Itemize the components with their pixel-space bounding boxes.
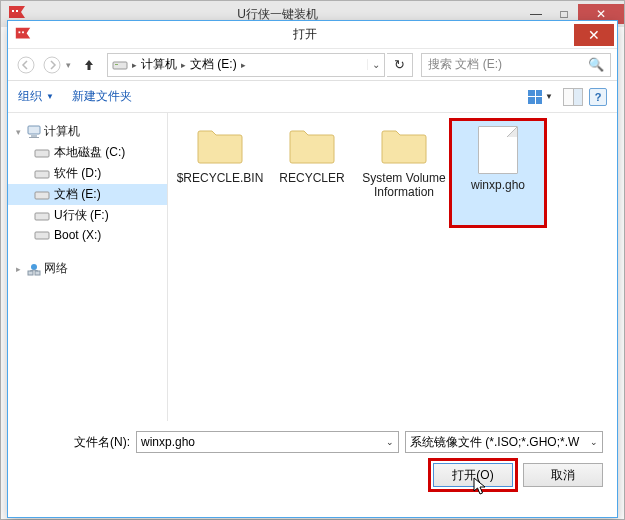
drive-icon — [34, 210, 50, 222]
tree-drive-d[interactable]: 软件 (D:) — [8, 163, 167, 184]
svg-rect-20 — [35, 271, 40, 275]
file-list[interactable]: $RECYCLE.BIN RECYCLER System Volume Info… — [168, 113, 617, 421]
svg-rect-16 — [35, 213, 49, 220]
cancel-button-label: 取消 — [551, 467, 575, 484]
drive-icon — [112, 59, 128, 71]
open-dialog: 打开 ✕ ▾ ▸ 计算机 ▸ 文档 (E:) ▸ ⌄ ↻ 搜索 文档 (E:) … — [7, 20, 618, 518]
address-dropdown[interactable]: ⌄ — [367, 59, 380, 70]
svg-point-7 — [44, 57, 60, 73]
chevron-down-icon[interactable]: ⌄ — [382, 437, 394, 447]
network-icon — [26, 262, 42, 276]
nav-up-button[interactable] — [77, 53, 101, 77]
tree-drive-label: 文档 (E:) — [54, 186, 101, 203]
file-label: System Volume Information — [360, 171, 448, 200]
file-icon — [478, 126, 518, 174]
nav-history-dropdown[interactable]: ▾ — [66, 60, 71, 70]
search-input[interactable]: 搜索 文档 (E:) 🔍 — [421, 53, 611, 77]
drive-icon — [34, 147, 50, 159]
preview-pane-button[interactable] — [563, 88, 583, 106]
svg-rect-12 — [29, 137, 39, 138]
svg-rect-8 — [113, 62, 127, 69]
organize-label: 组织 — [18, 88, 42, 105]
svg-rect-19 — [28, 271, 33, 275]
computer-icon — [26, 125, 42, 139]
tree-drive-f[interactable]: U行侠 (F:) — [8, 205, 167, 226]
chevron-right-icon: ▸ — [16, 264, 26, 274]
svg-rect-2 — [16, 10, 18, 12]
svg-rect-14 — [35, 171, 49, 178]
file-item-folder[interactable]: System Volume Information — [358, 119, 450, 227]
dialog-app-icon — [14, 26, 32, 44]
nav-forward-button[interactable] — [40, 53, 64, 77]
svg-rect-1 — [12, 10, 14, 12]
dialog-body: ▾ 计算机 本地磁盘 (C:) 软件 (D:) 文档 (E:) — [8, 113, 617, 421]
tree-drive-label: U行侠 (F:) — [54, 207, 109, 224]
folder-icon — [194, 123, 246, 165]
tree-computer[interactable]: ▾ 计算机 — [8, 121, 167, 142]
file-item-folder[interactable]: RECYCLER — [266, 119, 358, 227]
nav-bar: ▾ ▸ 计算机 ▸ 文档 (E:) ▸ ⌄ ↻ 搜索 文档 (E:) 🔍 — [8, 49, 617, 81]
svg-rect-13 — [35, 150, 49, 157]
svg-point-6 — [18, 57, 34, 73]
tree-drive-e[interactable]: 文档 (E:) — [8, 184, 167, 205]
file-label: RECYCLER — [279, 171, 344, 185]
organize-button[interactable]: 组织 ▼ — [18, 88, 54, 105]
help-button[interactable]: ? — [589, 88, 607, 106]
search-icon: 🔍 — [588, 57, 604, 72]
file-label: winxp.gho — [471, 178, 525, 192]
tree-network[interactable]: ▸ 网络 — [8, 258, 167, 279]
tree-drive-label: 本地磁盘 (C:) — [54, 144, 125, 161]
chevron-down-icon: ▾ — [16, 127, 26, 137]
breadcrumb-current[interactable]: 文档 (E:) — [186, 56, 241, 73]
cancel-button[interactable]: 取消 — [523, 463, 603, 487]
open-button-label: 打开(O) — [452, 467, 493, 484]
new-folder-button[interactable]: 新建文件夹 — [72, 88, 132, 105]
refresh-button[interactable]: ↻ — [387, 53, 413, 77]
drive-icon — [34, 168, 50, 180]
drive-icon — [34, 189, 50, 201]
tree-network-label: 网络 — [44, 260, 68, 277]
tree-computer-label: 计算机 — [44, 123, 80, 140]
tree-drive-label: 软件 (D:) — [54, 165, 101, 182]
svg-rect-17 — [35, 232, 49, 239]
new-folder-label: 新建文件夹 — [72, 88, 132, 105]
filetype-filter-combo[interactable]: 系统镜像文件 (*.ISO;*.GHO;*.W ⌄ — [405, 431, 603, 453]
nav-back-button[interactable] — [14, 53, 38, 77]
dialog-close-button[interactable]: ✕ — [574, 24, 614, 46]
chevron-right-icon: ▸ — [241, 60, 246, 70]
tree-drive-c[interactable]: 本地磁盘 (C:) — [8, 142, 167, 163]
filename-combo[interactable]: ⌄ — [136, 431, 399, 453]
chevron-down-icon: ▼ — [46, 92, 54, 101]
nav-tree: ▾ 计算机 本地磁盘 (C:) 软件 (D:) 文档 (E:) — [8, 113, 168, 421]
chevron-down-icon: ▼ — [545, 92, 553, 101]
svg-rect-11 — [31, 135, 37, 137]
filename-label: 文件名(N): — [22, 434, 130, 451]
svg-rect-15 — [35, 192, 49, 199]
folder-icon — [286, 123, 338, 165]
toolbar: 组织 ▼ 新建文件夹 ▼ ? — [8, 81, 617, 113]
view-grid-icon — [528, 90, 542, 104]
filename-input[interactable] — [141, 435, 382, 449]
svg-rect-4 — [19, 31, 21, 33]
file-item-gho[interactable]: winxp.gho — [450, 119, 546, 227]
svg-rect-10 — [28, 126, 40, 134]
address-bar[interactable]: ▸ 计算机 ▸ 文档 (E:) ▸ ⌄ — [107, 53, 385, 77]
breadcrumb-root[interactable]: 计算机 — [137, 56, 181, 73]
folder-icon — [378, 123, 430, 165]
drive-icon — [34, 229, 50, 241]
search-placeholder: 搜索 文档 (E:) — [428, 56, 502, 73]
dialog-bottom: 文件名(N): ⌄ 系统镜像文件 (*.ISO;*.GHO;*.W ⌄ 打开(O… — [8, 421, 617, 487]
svg-rect-9 — [115, 64, 118, 65]
chevron-down-icon[interactable]: ⌄ — [586, 437, 598, 447]
tree-drive-x[interactable]: Boot (X:) — [8, 226, 167, 244]
tree-drive-label: Boot (X:) — [54, 228, 101, 242]
view-options-button[interactable]: ▼ — [524, 87, 557, 107]
filter-label: 系统镜像文件 (*.ISO;*.GHO;*.W — [410, 434, 586, 451]
dialog-title: 打开 — [38, 26, 571, 43]
file-item-folder[interactable]: $RECYCLE.BIN — [174, 119, 266, 227]
file-label: $RECYCLE.BIN — [177, 171, 264, 185]
dialog-titlebar: 打开 ✕ — [8, 21, 617, 49]
svg-rect-5 — [22, 31, 24, 33]
open-button[interactable]: 打开(O) — [433, 463, 513, 487]
svg-point-18 — [31, 264, 37, 270]
